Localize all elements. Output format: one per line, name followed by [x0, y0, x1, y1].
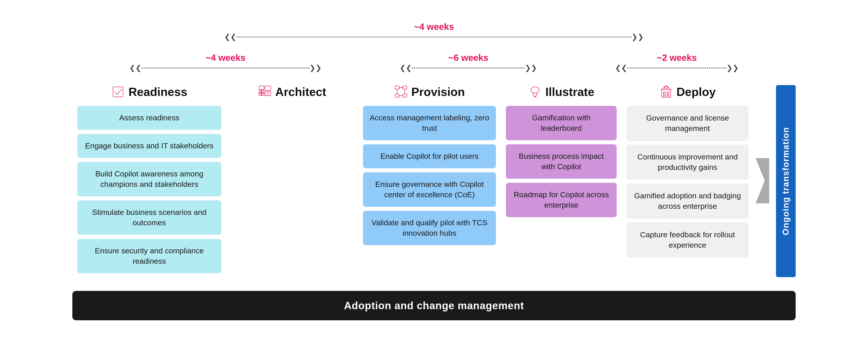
ongoing-transformation-bar: Ongoing transformation	[776, 85, 796, 277]
svg-rect-0	[113, 87, 123, 97]
card-enable-copilot: Enable Copilot for pilot users	[363, 144, 496, 168]
illustrate-title: Illustrate	[546, 85, 594, 98]
card-governance-license: Governance and license management	[627, 106, 748, 141]
svg-rect-2	[259, 90, 261, 93]
illustrate-header: Illustrate	[506, 85, 617, 98]
arr-r-1: ❯❯	[309, 64, 322, 72]
duration-readiness: ~4 weeks ❮❮ ❯❯	[129, 53, 322, 72]
svg-rect-27	[667, 92, 669, 94]
deploy-title: Deploy	[677, 85, 716, 98]
svg-rect-6	[265, 86, 271, 90]
readiness-icon	[111, 85, 125, 98]
svg-text:A B: A B	[266, 93, 269, 95]
svg-rect-1	[259, 86, 264, 90]
svg-rect-5	[262, 93, 264, 95]
dur-line-top	[237, 37, 631, 37]
arrow-right-top: ❯❯	[631, 33, 644, 40]
card-capture-feedback: Capture feedback for rollout experience	[627, 223, 748, 257]
phase-provision: Provision Access management labeling, ze…	[358, 85, 501, 277]
deploy-icon	[659, 85, 673, 98]
arr-l-1: ❮❮	[129, 64, 142, 72]
card-gamified-adoption: Gamified adoption and badging across ent…	[627, 184, 748, 219]
svg-rect-28	[663, 95, 665, 97]
arr-l-3: ❮❮	[615, 64, 627, 72]
readiness-header: Readiness	[77, 85, 221, 98]
illustrate-icon	[528, 85, 542, 98]
dur-label-readiness: ~4 weeks	[206, 53, 246, 63]
svg-rect-15	[403, 94, 407, 97]
dur-line-2	[412, 68, 525, 68]
phase-illustrate: Illustrate Gamification with leaderboard…	[501, 85, 622, 277]
svg-rect-13	[403, 86, 407, 89]
svg-point-22	[531, 87, 539, 93]
card-assess-readiness: Assess readiness	[77, 106, 221, 130]
arr-l-2: ❮❮	[400, 64, 412, 72]
svg-marker-32	[756, 158, 769, 203]
arr-r-3: ❯❯	[726, 64, 739, 72]
svg-rect-14	[395, 94, 399, 97]
provision-icon	[394, 85, 408, 98]
arr-r-2: ❯❯	[525, 64, 537, 72]
svg-rect-25	[662, 90, 671, 97]
phase-readiness: Readiness Assess readiness Engage busine…	[72, 85, 226, 277]
readiness-title: Readiness	[128, 85, 187, 98]
duration-top-label: ~4 weeks	[414, 22, 454, 32]
dur-line-3	[627, 68, 726, 68]
svg-rect-3	[262, 90, 264, 93]
svg-rect-26	[663, 92, 665, 94]
architect-icon: A B C	[258, 85, 272, 98]
phase-architect: A B C Architect	[226, 85, 358, 277]
chevron-right	[756, 158, 769, 204]
card-stimulate-business: Stimulate business scenarios and outcome…	[77, 200, 221, 235]
duration-deploy: ~2 weeks ❮❮ ❯❯	[615, 53, 739, 72]
card-access-mgmt: Access management labeling, zero trust	[363, 106, 496, 140]
duration-top-row: ~4 weeks ❮❮ ❯❯	[224, 22, 644, 40]
architect-header: A B C Architect	[231, 85, 353, 98]
phases-and-ongoing: Readiness Assess readiness Engage busine…	[72, 85, 796, 277]
card-ensure-security: Ensure security and compliance readiness	[77, 239, 221, 273]
card-validate-qualify: Validate and qualify pilot with TCS inno…	[363, 211, 496, 245]
dur-line-1	[142, 68, 309, 68]
provision-header: Provision	[363, 85, 496, 98]
svg-rect-4	[259, 93, 261, 95]
dur-label-provision: ~6 weeks	[448, 53, 489, 63]
card-gamification: Gamification with leaderboard	[506, 106, 617, 140]
card-roadmap: Roadmap for Copilot across enterprise	[506, 183, 617, 217]
architect-title: Architect	[275, 85, 326, 98]
svg-text:C: C	[266, 95, 268, 97]
phase-deploy: Deploy Governance and license management…	[622, 85, 753, 277]
dur-label-deploy: ~2 weeks	[657, 53, 697, 63]
svg-rect-12	[395, 86, 399, 89]
card-continuous-improvement: Continuous improvement and productivity …	[627, 145, 748, 179]
card-ensure-governance: Ensure governance with Copilot center of…	[363, 172, 496, 207]
arrow-left-top: ❮❮	[224, 33, 237, 40]
card-build-awareness: Build Copilot awareness among champions …	[77, 162, 221, 196]
card-engage-business: Engage business and IT stakeholders	[77, 134, 221, 158]
duration-provision: ~6 weeks ❮❮ ❯❯	[400, 53, 537, 72]
svg-rect-29	[667, 95, 669, 97]
bottom-adoption-bar: Adoption and change management	[72, 291, 796, 320]
card-business-process: Business process impact with Copilot	[506, 144, 617, 179]
deploy-header: Deploy	[627, 85, 748, 98]
duration-arrows: ~4 weeks ❮❮ ❯❯ ~4 weeks ❮❮ ❯❯ ~6 weeks ❮…	[72, 22, 796, 72]
duration-second-row: ~4 weeks ❮❮ ❯❯ ~6 weeks ❮❮ ❯❯ ~2 weeks	[72, 53, 796, 72]
provision-title: Provision	[411, 85, 465, 98]
main-container: ~4 weeks ❮❮ ❯❯ ~4 weeks ❮❮ ❯❯ ~6 weeks ❮…	[72, 22, 796, 320]
